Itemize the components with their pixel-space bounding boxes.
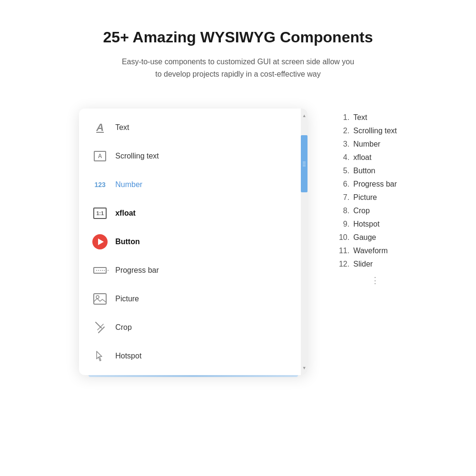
- numbered-list: 1. Text 2. Scrolling text 3. Number 4. x…: [336, 109, 397, 286]
- list-name-5: Button: [353, 167, 375, 175]
- panel-item-crop[interactable]: Crop: [79, 313, 301, 342]
- main-title: 25+ Amazing WYSIWYG Components: [103, 29, 373, 46]
- list-number-5: 5.: [336, 167, 349, 175]
- list-name-7: Picture: [353, 193, 377, 202]
- list-item-2: 2. Scrolling text: [336, 127, 397, 135]
- picture-icon: [92, 291, 108, 307]
- scroll-thumb[interactable]: [301, 135, 307, 192]
- list-name-1: Text: [353, 113, 367, 122]
- text-a-icon: A: [92, 120, 108, 135]
- panel-item-xfloat[interactable]: 1:1 xfloat: [79, 199, 301, 228]
- panel-item-progress-bar[interactable]: Progress bar: [79, 256, 301, 285]
- list-number-6: 6.: [336, 180, 349, 188]
- list-more-indicator: ⋮: [336, 275, 397, 286]
- list-name-6: Progress bar: [353, 180, 397, 188]
- list-item-6: 6. Progress bar: [336, 180, 397, 188]
- play-triangle-icon: [98, 238, 104, 245]
- panel-item-text[interactable]: A Text: [79, 113, 301, 142]
- list-name-11: Waveform: [353, 247, 387, 255]
- list-name-2: Scrolling text: [353, 127, 397, 135]
- list-name-4: xfloat: [353, 153, 371, 162]
- crop-label: Crop: [115, 323, 132, 332]
- list-item-3: 3. Number: [336, 140, 397, 149]
- list-number-12: 12.: [336, 260, 349, 268]
- panel-item-scrolling-text[interactable]: A Scrolling text: [79, 142, 301, 170]
- list-name-9: Hotspot: [353, 220, 379, 228]
- list-item-12: 12. Slider: [336, 260, 397, 268]
- list-item-4: 4. xfloat: [336, 153, 397, 162]
- list-item-11: 11. Waveform: [336, 247, 397, 255]
- list-item-5: 5. Button: [336, 167, 397, 175]
- list-name-3: Number: [353, 140, 380, 149]
- list-item-8: 8. Crop: [336, 207, 397, 215]
- component-panel-wrapper: A Text A Scrolling text: [79, 109, 307, 375]
- content-area: A Text A Scrolling text: [0, 109, 476, 375]
- list-item-7: 7. Picture: [336, 193, 397, 202]
- button-label: Button: [115, 238, 140, 246]
- list-item-10: 10. Gauge: [336, 233, 397, 242]
- scroll-track: [301, 121, 307, 363]
- number-label: Number: [115, 180, 142, 189]
- subtitle: Easy-to-use components to customized GUI…: [122, 56, 354, 80]
- panel-item-button[interactable]: Button: [79, 228, 301, 256]
- scrolltext-icon: A: [92, 149, 108, 164]
- list-number-2: 2.: [336, 127, 349, 135]
- list-name-10: Gauge: [353, 233, 376, 242]
- list-name-8: Crop: [353, 207, 370, 215]
- list-item-1: 1. Text: [336, 113, 397, 122]
- xfloat-label: xfloat: [115, 209, 136, 218]
- picture-label: Picture: [115, 295, 139, 303]
- progress-bar-label: Progress bar: [115, 266, 159, 275]
- scroll-down-arrow[interactable]: ▼: [301, 363, 307, 373]
- subtitle-line1: Easy-to-use components to customized GUI…: [122, 58, 354, 66]
- page-wrapper: 25+ Amazing WYSIWYG Components Easy-to-u…: [0, 0, 476, 476]
- panel-scrollbar: ▲ ▼: [301, 109, 307, 375]
- text-label: Text: [115, 123, 129, 132]
- list-number-10: 10.: [336, 233, 349, 242]
- svg-rect-0: [94, 294, 106, 304]
- list-number-3: 3.: [336, 140, 349, 149]
- panel-item-picture[interactable]: Picture: [79, 285, 301, 313]
- list-number-9: 9.: [336, 220, 349, 228]
- list-number-11: 11.: [336, 247, 349, 255]
- list-number-4: 4.: [336, 153, 349, 162]
- scroll-up-arrow[interactable]: ▲: [301, 110, 307, 121]
- xfloat-icon: 1:1: [92, 206, 108, 221]
- subtitle-line2: to develop projects rapidly in a cost-ef…: [155, 70, 320, 78]
- list-number-7: 7.: [336, 193, 349, 202]
- crop-icon: [92, 320, 108, 335]
- component-panel: A Text A Scrolling text: [79, 109, 307, 375]
- panel-item-hotspot[interactable]: Hotspot: [79, 342, 301, 370]
- panel-item-number[interactable]: 123 Number: [79, 170, 301, 199]
- number-icon: 123: [92, 177, 108, 192]
- progressbar-icon: [92, 263, 108, 278]
- button-icon: [92, 234, 108, 249]
- svg-point-1: [96, 296, 99, 298]
- panel-content: A Text A Scrolling text: [79, 109, 301, 375]
- hotspot-icon: [92, 348, 108, 364]
- list-number-1: 1.: [336, 113, 349, 122]
- scrolling-text-label: Scrolling text: [115, 152, 159, 160]
- list-number-8: 8.: [336, 207, 349, 215]
- list-name-12: Slider: [353, 260, 373, 268]
- list-item-9: 9. Hotspot: [336, 220, 397, 228]
- hotspot-label: Hotspot: [115, 352, 141, 360]
